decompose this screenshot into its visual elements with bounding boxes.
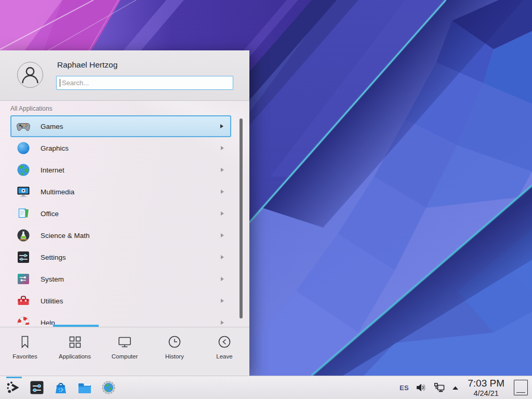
clock-date: 4/24/21 [473,390,498,397]
category-label: Utilities [41,297,63,305]
wired-network-icon[interactable] [433,382,445,393]
tab-label: History [165,353,184,360]
category-list: Games Graphics [0,112,249,325]
category-label: Settings [41,254,66,261]
user-name: Raphael Hertzog [57,60,117,70]
help-lifebuoy-icon [16,315,31,325]
search-input[interactable] [56,76,233,90]
utilities-toolbox-icon [16,294,31,308]
taskbar-launchers [0,380,116,395]
globe-icon [16,163,31,177]
volume-icon[interactable] [415,382,427,393]
tab-history[interactable]: History [150,327,200,376]
category-item-system[interactable]: System [10,268,231,290]
clock-icon [167,334,182,350]
system-settings-icon[interactable] [29,380,45,395]
settings-sliders-icon [16,250,31,264]
graphics-sphere-icon [16,141,31,155]
show-desktop-button[interactable] [514,380,528,395]
chevron-right-icon [221,146,224,150]
category-item-office[interactable]: Office [10,203,231,224]
konqueror-browser-icon[interactable] [101,380,116,395]
category-item-graphics[interactable]: Graphics [10,137,231,159]
chevron-right-icon [221,168,224,172]
chevron-right-icon [220,124,223,128]
search-field-wrap [56,76,233,90]
menu-tab-bar: Favorites Applications C [0,327,249,376]
monitor-icon [117,334,132,350]
application-launcher-icon[interactable] [5,380,21,395]
tab-label: Applications [59,353,91,360]
chevron-right-icon [221,211,224,216]
tab-favorites[interactable]: Favorites [0,327,50,376]
clock-time: 7:03 PM [468,378,504,388]
chevron-right-icon [221,299,224,303]
category-item-utilities[interactable]: Utilities [10,290,231,312]
active-launcher-indicator [6,377,22,378]
dolphin-file-manager-icon[interactable] [77,380,92,395]
category-label: Graphics [41,144,69,152]
category-label: Multimedia [41,188,74,196]
system-icon [16,272,31,286]
category-item-settings[interactable]: Settings [10,246,231,268]
category-item-games[interactable]: Games [10,115,231,137]
office-document-icon [16,206,31,221]
tab-computer[interactable]: Computer [100,327,150,376]
clock-widget[interactable]: 7:03 PM 4/24/21 [468,378,504,397]
keyboard-layout-indicator[interactable]: ES [400,384,409,392]
scrollbar-thumb[interactable] [240,118,243,318]
chevron-right-icon [221,321,224,325]
tab-label: Leave [216,353,232,360]
discover-icon[interactable] [53,380,69,395]
multimedia-monitor-icon [16,184,31,199]
tab-leave[interactable]: Leave [200,327,249,376]
system-tray: ES [400,378,532,397]
user-icon [18,62,43,87]
bookmark-icon [17,334,33,350]
taskbar-panel: ES [0,376,532,399]
application-launcher-menu: Raphael Hertzog All Applications Games [0,50,249,376]
desktop: Raphael Hertzog All Applications Games [0,0,532,399]
tab-label: Computer [112,353,138,360]
chevron-right-icon [221,233,224,237]
expand-tray-caret-icon[interactable] [451,385,459,391]
category-label: Games [41,123,63,130]
category-label: Office [41,210,59,218]
category-item-multimedia[interactable]: Multimedia [10,181,231,203]
gamepad-icon [16,119,31,134]
category-label: System [41,275,64,283]
science-flask-icon [16,228,31,243]
tab-label: Favorites [12,353,37,360]
category-item-internet[interactable]: Internet [10,159,231,181]
grid-icon [67,334,83,350]
menu-header: Raphael Hertzog [0,50,249,101]
category-label: Science & Math [41,232,90,240]
category-item-help[interactable]: Help [10,312,231,325]
chevron-right-icon [221,277,224,281]
user-avatar[interactable] [17,62,43,88]
category-label: Internet [41,166,64,174]
text-caret [60,79,60,87]
leave-back-icon [217,334,232,350]
category-item-science-math[interactable]: Science & Math [10,224,231,246]
category-label: Help [41,319,55,325]
chevron-right-icon [221,190,224,194]
chevron-right-icon [221,255,224,259]
section-label: All Applications [10,105,52,112]
tab-applications[interactable]: Applications [50,327,100,376]
